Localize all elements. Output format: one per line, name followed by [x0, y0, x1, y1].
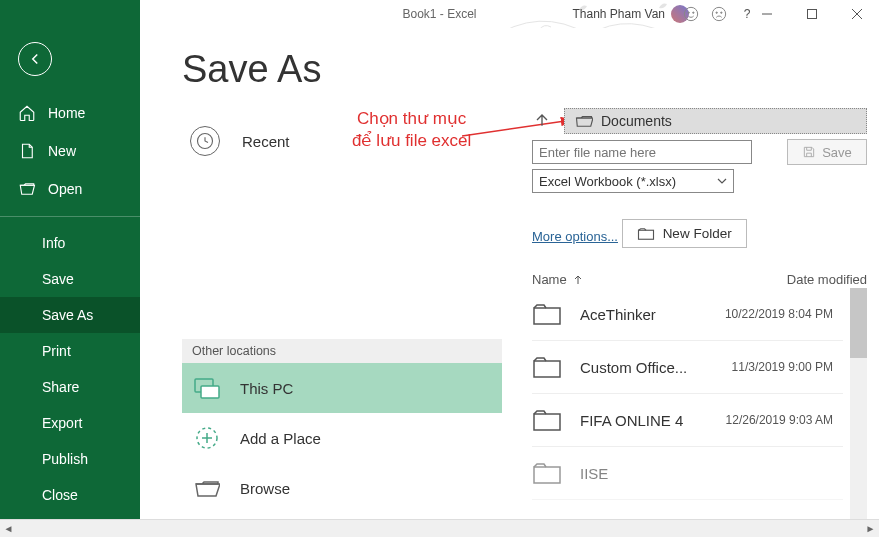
- sidebar-item-print[interactable]: Print: [0, 333, 140, 369]
- chevron-down-icon: [717, 176, 727, 186]
- save-icon: [802, 145, 816, 159]
- column-date[interactable]: Date modified: [737, 272, 867, 287]
- svg-point-5: [721, 12, 722, 13]
- sidebar-item-home[interactable]: Home: [0, 94, 140, 132]
- svg-rect-18: [534, 414, 560, 430]
- scroll-right-button[interactable]: ►: [862, 520, 879, 537]
- sidebar-item-label: Home: [48, 105, 85, 121]
- sidebar-item-info[interactable]: Info: [0, 225, 140, 261]
- path-label: Documents: [601, 113, 672, 129]
- main-panel: Save As Recent Chọn thư mục để lưu file …: [140, 28, 879, 519]
- location-browse[interactable]: Browse: [182, 463, 502, 513]
- file-name: IISE: [580, 465, 703, 482]
- file-date: 12/26/2019 9:03 AM: [703, 413, 843, 427]
- user-area[interactable]: Thanh Pham Van: [572, 5, 689, 23]
- svg-point-1: [688, 12, 689, 13]
- save-button[interactable]: Save: [787, 139, 867, 165]
- svg-point-4: [716, 12, 717, 13]
- location-add-place[interactable]: Add a Place: [182, 413, 502, 463]
- other-locations-header: Other locations: [182, 339, 502, 363]
- save-details-column: Documents Save Excel Workbook (*.xlsx) M…: [532, 108, 867, 519]
- svg-rect-7: [807, 10, 816, 19]
- folder-icon: [532, 408, 562, 432]
- backstage-sidebar: Home New Open Info Save Save As Print Sh…: [0, 0, 140, 519]
- svg-rect-15: [638, 230, 653, 239]
- close-button[interactable]: [834, 0, 879, 28]
- folder-icon: [532, 355, 562, 379]
- scroll-left-button[interactable]: ◄: [0, 520, 17, 537]
- svg-rect-16: [534, 308, 560, 324]
- new-folder-icon: [637, 227, 655, 241]
- locations-column: Recent Chọn thư mục để lưu file excel Ot…: [182, 118, 502, 519]
- folder-icon: [532, 461, 562, 485]
- horizontal-scrollbar[interactable]: ◄ ►: [0, 519, 879, 537]
- recent-label: Recent: [242, 133, 290, 150]
- feedback-smile-icon[interactable]: [677, 0, 705, 28]
- sidebar-item-share[interactable]: Share: [0, 369, 140, 405]
- feedback-frown-icon[interactable]: [705, 0, 733, 28]
- clock-icon: [190, 126, 220, 156]
- svg-point-2: [693, 12, 694, 13]
- pc-icon: [194, 377, 220, 399]
- svg-point-3: [712, 7, 725, 20]
- filetype-dropdown[interactable]: Excel Workbook (*.xlsx): [532, 169, 734, 193]
- file-name: FIFA ONLINE 4: [580, 412, 703, 429]
- page-title: Save As: [182, 48, 879, 91]
- sidebar-item-publish[interactable]: Publish: [0, 441, 140, 477]
- folder-row[interactable]: Custom Office... 11/3/2019 9:00 PM: [532, 341, 843, 394]
- browse-icon: [194, 477, 220, 499]
- folder-icon: [575, 114, 593, 128]
- sidebar-item-close[interactable]: Close: [0, 477, 140, 513]
- svg-rect-19: [534, 467, 560, 483]
- file-date: 11/3/2019 9:00 PM: [703, 360, 843, 374]
- folder-row[interactable]: FIFA ONLINE 4 12/26/2019 9:03 AM: [532, 394, 843, 447]
- sidebar-item-label: New: [48, 143, 76, 159]
- minimize-button[interactable]: [744, 0, 789, 28]
- folder-icon: [532, 302, 562, 326]
- file-list: AceThinker 10/22/2019 8:04 PM Custom Off…: [532, 288, 867, 519]
- folder-row[interactable]: IISE: [532, 447, 843, 500]
- vertical-scrollbar[interactable]: [850, 288, 867, 519]
- sidebar-item-label: Open: [48, 181, 82, 197]
- window-title: Book1 - Excel: [402, 7, 476, 21]
- svg-point-0: [684, 7, 697, 20]
- file-date: 10/22/2019 8:04 PM: [703, 307, 843, 321]
- file-name: Custom Office...: [580, 359, 703, 376]
- sort-asc-icon: [573, 275, 583, 285]
- new-folder-button[interactable]: New Folder: [622, 219, 747, 248]
- location-label: This PC: [240, 380, 293, 397]
- sidebar-item-save[interactable]: Save: [0, 261, 140, 297]
- recent-item[interactable]: Recent: [182, 118, 502, 164]
- titlebar: Book1 - Excel Thanh Pham Van ?: [0, 0, 879, 28]
- sidebar-item-export[interactable]: Export: [0, 405, 140, 441]
- filename-input[interactable]: [532, 140, 752, 164]
- up-folder-button[interactable]: [532, 110, 554, 132]
- scrollbar-thumb[interactable]: [850, 288, 867, 358]
- window-controls: [744, 0, 879, 28]
- sidebar-item-new[interactable]: New: [0, 132, 140, 170]
- svg-rect-13: [201, 386, 219, 398]
- column-name[interactable]: Name: [532, 272, 737, 287]
- scrollbar-track[interactable]: [17, 520, 862, 537]
- more-options-link[interactable]: More options...: [532, 229, 618, 244]
- sidebar-item-open[interactable]: Open: [0, 170, 140, 208]
- back-button[interactable]: [18, 42, 52, 76]
- sidebar-item-save-as[interactable]: Save As: [0, 297, 140, 333]
- location-label: Browse: [240, 480, 290, 497]
- folder-row[interactable]: AceThinker 10/22/2019 8:04 PM: [532, 288, 843, 341]
- location-label: Add a Place: [240, 430, 321, 447]
- location-this-pc[interactable]: This PC: [182, 363, 502, 413]
- path-selector[interactable]: Documents: [564, 108, 867, 134]
- svg-rect-17: [534, 361, 560, 377]
- file-name: AceThinker: [580, 306, 703, 323]
- add-place-icon: [194, 427, 220, 449]
- user-name: Thanh Pham Van: [572, 7, 665, 21]
- maximize-button[interactable]: [789, 0, 834, 28]
